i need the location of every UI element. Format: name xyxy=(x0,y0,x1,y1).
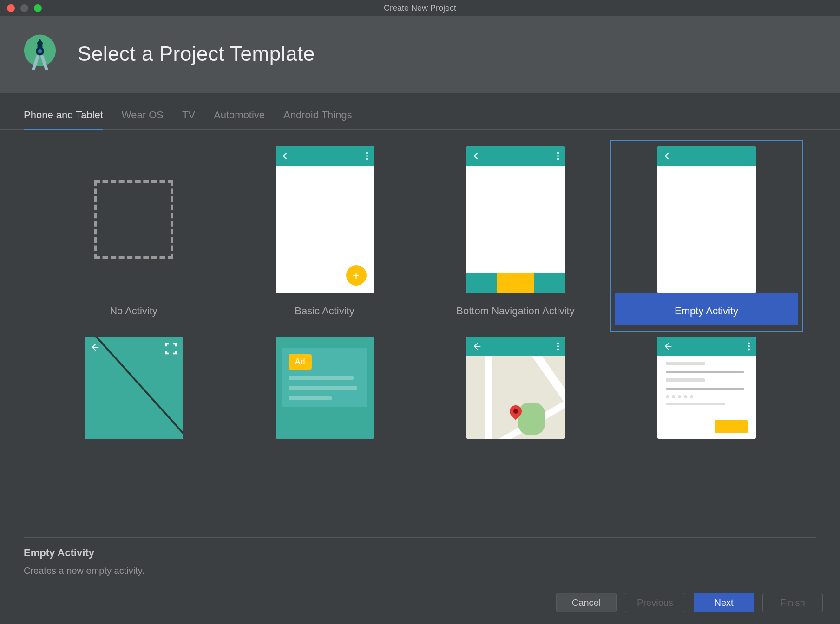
template-thumbnail: + xyxy=(276,146,374,293)
back-arrow-icon xyxy=(663,151,673,161)
map-preview xyxy=(466,356,565,439)
svg-point-11 xyxy=(557,343,558,344)
svg-point-14 xyxy=(748,343,749,344)
appbar-preview xyxy=(657,337,756,356)
title-bar: Create New Project xyxy=(0,0,840,16)
ad-badge: Ad xyxy=(289,354,312,370)
template-thumbnail xyxy=(85,337,183,439)
template-grid-container: No Activity + Basic Activity xyxy=(24,130,816,538)
template-thumbnail xyxy=(657,146,756,293)
svg-point-5 xyxy=(366,152,368,154)
svg-point-13 xyxy=(557,348,558,350)
minimize-window-icon[interactable] xyxy=(20,4,28,12)
svg-point-16 xyxy=(748,348,749,350)
template-thumbnail xyxy=(466,146,565,293)
svg-point-8 xyxy=(557,152,558,154)
selection-description: Empty Activity Creates a new empty activ… xyxy=(0,538,840,581)
template-label: Bottom Navigation Activity xyxy=(424,293,607,325)
fab-icon: + xyxy=(346,265,367,286)
template-no-activity[interactable]: No Activity xyxy=(38,141,229,331)
tab-android-things[interactable]: Android Things xyxy=(283,109,352,129)
svg-point-10 xyxy=(557,158,558,160)
template-thumbnail xyxy=(85,146,183,293)
svg-point-9 xyxy=(557,155,558,157)
template-bottom-navigation-activity[interactable]: Bottom Navigation Activity xyxy=(420,141,611,331)
template-label: Basic Activity xyxy=(233,293,416,325)
svg-point-15 xyxy=(748,345,749,347)
template-label: Empty Activity xyxy=(615,293,798,325)
back-arrow-icon xyxy=(663,341,673,351)
dashed-placeholder-icon xyxy=(94,180,173,259)
svg-point-12 xyxy=(557,345,558,347)
selection-name: Empty Activity xyxy=(24,547,816,559)
template-fullscreen-activity[interactable] xyxy=(38,331,229,444)
appbar-preview xyxy=(657,146,756,166)
selection-description-text: Creates a new empty activity. xyxy=(24,566,816,576)
template-thumbnail xyxy=(466,337,565,439)
template-basic-activity[interactable]: + Basic Activity xyxy=(229,141,420,331)
cancel-button[interactable]: Cancel xyxy=(556,593,617,612)
svg-point-6 xyxy=(366,155,368,157)
template-thumbnail: Ad xyxy=(276,337,374,439)
close-window-icon[interactable] xyxy=(7,4,15,12)
template-admob-activity[interactable]: Ad xyxy=(229,331,420,444)
previous-button[interactable]: Previous xyxy=(625,593,685,612)
category-tabs: Phone and Tablet Wear OS TV Automotive A… xyxy=(0,93,840,130)
template-login-activity[interactable] xyxy=(611,331,802,444)
template-thumbnail xyxy=(657,337,756,439)
finish-button[interactable]: Finish xyxy=(762,593,823,612)
dialog-buttons: Cancel Previous Next Finish xyxy=(0,581,840,624)
fullscreen-icon xyxy=(164,342,177,355)
tab-wear-os[interactable]: Wear OS xyxy=(122,109,164,129)
android-studio-logo-icon xyxy=(19,33,61,75)
overflow-menu-icon xyxy=(557,151,559,161)
window-controls xyxy=(7,4,42,12)
back-arrow-icon xyxy=(281,151,291,161)
bottom-nav-preview xyxy=(466,273,565,293)
overflow-menu-icon xyxy=(748,341,750,351)
template-maps-activity[interactable] xyxy=(420,331,611,444)
appbar-preview xyxy=(466,146,565,166)
page-title: Select a Project Template xyxy=(78,42,315,65)
tab-tv[interactable]: TV xyxy=(182,109,195,129)
window-title: Create New Project xyxy=(0,3,840,13)
overflow-menu-icon xyxy=(557,341,559,351)
maximize-window-icon[interactable] xyxy=(34,4,42,12)
back-arrow-icon xyxy=(90,342,100,352)
back-arrow-icon xyxy=(472,341,482,351)
dialog-window: Create New Project Select a Project Temp… xyxy=(0,0,840,624)
svg-point-4 xyxy=(38,49,42,53)
tab-automotive[interactable]: Automotive xyxy=(214,109,265,129)
template-label: No Activity xyxy=(42,293,225,325)
svg-point-7 xyxy=(366,158,368,160)
overflow-menu-icon xyxy=(366,151,368,161)
appbar-preview xyxy=(276,146,374,166)
login-button-preview xyxy=(715,420,748,433)
back-arrow-icon xyxy=(472,151,482,161)
template-empty-activity[interactable]: Empty Activity xyxy=(611,141,802,331)
next-button[interactable]: Next xyxy=(694,593,754,612)
tab-phone-and-tablet[interactable]: Phone and Tablet xyxy=(24,109,103,130)
header: Select a Project Template xyxy=(0,16,840,93)
appbar-preview xyxy=(466,337,565,356)
template-grid: No Activity + Basic Activity xyxy=(24,130,816,455)
